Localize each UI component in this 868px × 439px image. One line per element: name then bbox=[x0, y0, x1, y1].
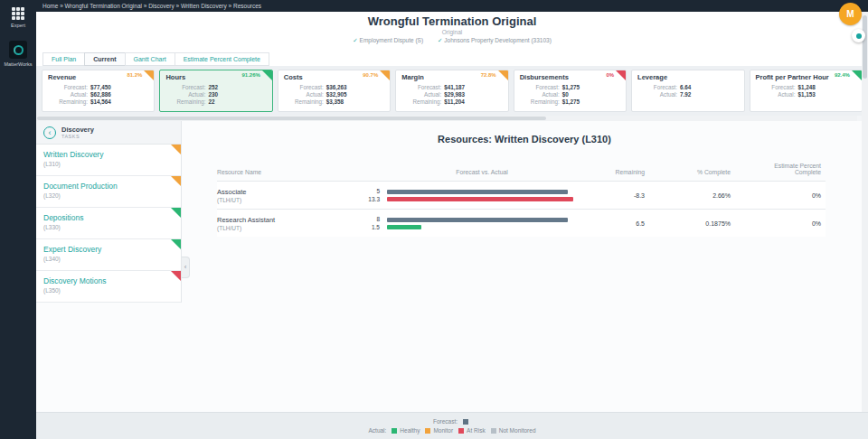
kpi-card-margin[interactable]: 72.8% Margin Forecast:$41,187 Actual:$29… bbox=[395, 70, 508, 112]
horizontal-scrollbar-thumb[interactable] bbox=[37, 117, 546, 120]
tasks-panel: ‹ Discovery TASKS Written Discovery (L31… bbox=[36, 121, 182, 303]
kpi-row-value: $14,564 bbox=[90, 98, 148, 105]
kpi-row-value: 230 bbox=[208, 91, 266, 98]
kpi-values: Forecast:6.64 Actual:7.92 bbox=[637, 84, 738, 98]
bar-cell bbox=[387, 218, 577, 229]
panel-title: Discovery bbox=[61, 126, 94, 134]
kpi-row-label: Remaining: bbox=[401, 98, 441, 105]
col-resource-name: Resource Name bbox=[217, 169, 353, 175]
kpi-row-label: Forecast: bbox=[401, 84, 441, 90]
estimate-pct-value: 0% bbox=[731, 192, 821, 199]
table-header-row: Resource Name Forecast vs. Actual Remain… bbox=[217, 163, 826, 181]
task-code: (L340) bbox=[43, 256, 174, 262]
kpi-row-value: $41,187 bbox=[444, 84, 502, 90]
status-corner-icon bbox=[852, 70, 862, 80]
kpi-card-disbursements[interactable]: 0% Disbursements Forecast:$1,275 Actual:… bbox=[514, 70, 627, 112]
kpi-row-label: Forecast: bbox=[48, 84, 88, 90]
kpi-row-value: $1,248 bbox=[798, 84, 856, 90]
task-item-discovery-motions[interactable]: Discovery Motions (L350) bbox=[36, 271, 181, 303]
kpi-values: Forecast:$77,450 Actual:$62,886 Remainin… bbox=[48, 84, 148, 105]
legend-healthy-swatch bbox=[392, 428, 397, 434]
help-dot-icon bbox=[856, 33, 862, 39]
user-avatar[interactable]: M bbox=[839, 3, 862, 25]
main-content: Resources: Written Discovery (L310) Reso… bbox=[190, 121, 859, 237]
tab-full-plan[interactable]: Full Plan bbox=[42, 52, 85, 66]
kpi-row-value: $11,204 bbox=[444, 98, 502, 105]
rail-item-label: Expert bbox=[11, 23, 25, 28]
actual-value: 1.5 bbox=[353, 223, 380, 231]
view-tabs: Full Plan Current Gantt Chart Estimate P… bbox=[36, 51, 868, 66]
kpi-values: Forecast:$41,187 Actual:$29,983 Remainin… bbox=[401, 84, 502, 105]
tab-current[interactable]: Current bbox=[84, 52, 125, 66]
kpi-row-value: $29,983 bbox=[444, 91, 502, 98]
kpi-card-profit-per-partner-hour[interactable]: 92.4% Profit per Partner Hour Forecast:$… bbox=[750, 70, 863, 112]
kpi-row-label: Remaining: bbox=[284, 98, 324, 105]
legend-forecast-line: Forecast: bbox=[433, 418, 471, 425]
legend-not-monitored-swatch bbox=[491, 428, 496, 434]
kpi-row-value: $62,886 bbox=[90, 91, 148, 98]
kpi-card-hours[interactable]: 91.26% Hours Forecast:252 Actual:230 Rem… bbox=[159, 70, 272, 112]
breadcrumb[interactable]: Home » Wrongful Termination Original » D… bbox=[36, 0, 868, 12]
task-item-expert-discovery[interactable]: Expert Discovery (L340) bbox=[36, 239, 181, 271]
kpi-row-value: 22 bbox=[208, 98, 266, 105]
rail-item-expert[interactable]: Expert bbox=[0, 0, 36, 33]
kpi-card-revenue[interactable]: 81.2% Revenue Forecast:$77,450 Actual:$6… bbox=[42, 70, 155, 112]
status-corner-icon bbox=[380, 70, 390, 80]
remaining-value: -8.3 bbox=[577, 192, 645, 199]
status-corner-icon bbox=[498, 70, 508, 80]
kpi-row-value: 7.92 bbox=[680, 91, 738, 98]
help-bubble-button[interactable] bbox=[852, 29, 865, 42]
task-name: Depositions bbox=[43, 213, 174, 222]
meta-practice-area: ✓Employment Dispute (S) bbox=[353, 37, 423, 43]
kpi-card-leverage[interactable]: Leverage Forecast:6.64 Actual:7.92 bbox=[631, 70, 744, 112]
legend-forecast-swatch bbox=[463, 419, 468, 425]
col-pct-complete: % Complete bbox=[645, 169, 731, 175]
task-code: (L320) bbox=[43, 192, 174, 199]
kpi-row-value: $1,275 bbox=[562, 98, 620, 105]
vertical-scrollbar[interactable] bbox=[862, 12, 868, 412]
panel-collapse-handle[interactable]: ‹ bbox=[182, 257, 190, 278]
kpi-values: Forecast:$1,248 Actual:$1,153 bbox=[756, 84, 856, 98]
resources-table: Resource Name Forecast vs. Actual Remain… bbox=[217, 163, 826, 237]
kpi-badge: 72.8% bbox=[481, 72, 496, 78]
kpi-row-label: Forecast: bbox=[520, 84, 560, 90]
kpi-badge: 90.7% bbox=[363, 72, 378, 78]
kpi-row-value: $36,263 bbox=[326, 84, 384, 90]
kpi-card-costs[interactable]: 90.7% Costs Forecast:$36,263 Actual:$32,… bbox=[278, 70, 391, 112]
status-corner-icon bbox=[144, 70, 154, 80]
app-window: Expert MatterWorks Home » Wrongful Termi… bbox=[0, 0, 868, 439]
rail-item-matterworks[interactable]: MatterWorks bbox=[0, 33, 36, 72]
back-button[interactable]: ‹ bbox=[43, 126, 56, 139]
pct-complete-value: 2.66% bbox=[645, 192, 731, 199]
kpi-row-label: Actual: bbox=[756, 91, 796, 98]
status-corner-icon bbox=[262, 70, 272, 80]
col-remaining: Remaining bbox=[577, 169, 645, 175]
rail-item-label: MatterWorks bbox=[4, 61, 32, 67]
task-item-document-production[interactable]: Document Production (L320) bbox=[36, 176, 181, 208]
actual-value: 13.3 bbox=[353, 195, 380, 203]
tab-gantt-chart[interactable]: Gantt Chart bbox=[125, 52, 175, 66]
kpi-row-value: $0 bbox=[562, 91, 620, 98]
meta-label: Employment Dispute (S) bbox=[360, 37, 423, 43]
vertical-scrollbar-thumb[interactable] bbox=[863, 15, 867, 79]
task-code: (L350) bbox=[43, 287, 174, 294]
page-subtitle: Original bbox=[36, 29, 868, 35]
tab-estimate-percent-complete[interactable]: Estimate Percent Complete bbox=[175, 52, 269, 66]
status-corner-icon bbox=[171, 271, 181, 281]
panel-subtitle: TASKS bbox=[61, 134, 94, 139]
legend-at-risk-swatch bbox=[458, 428, 464, 434]
kpi-badge: 0% bbox=[606, 72, 614, 78]
tasks-panel-header: ‹ Discovery TASKS bbox=[36, 121, 181, 145]
kpi-title: Leverage bbox=[637, 73, 738, 81]
status-corner-icon bbox=[171, 176, 181, 186]
task-item-written-discovery[interactable]: Written Discovery (L310) bbox=[36, 145, 181, 176]
task-item-depositions[interactable]: Depositions (L330) bbox=[36, 208, 181, 239]
kpi-row-label: Forecast: bbox=[637, 84, 677, 90]
kpi-row-value: $3,358 bbox=[326, 98, 384, 105]
forecast-bar bbox=[387, 218, 568, 222]
kpi-row-label: Forecast: bbox=[284, 84, 324, 90]
kpi-values: Forecast:$36,263 Actual:$32,905 Remainin… bbox=[284, 84, 384, 105]
kpi-title: Disbursements bbox=[520, 73, 620, 81]
task-name: Discovery Motions bbox=[43, 276, 174, 285]
kpi-row-label: Remaining: bbox=[520, 98, 560, 105]
